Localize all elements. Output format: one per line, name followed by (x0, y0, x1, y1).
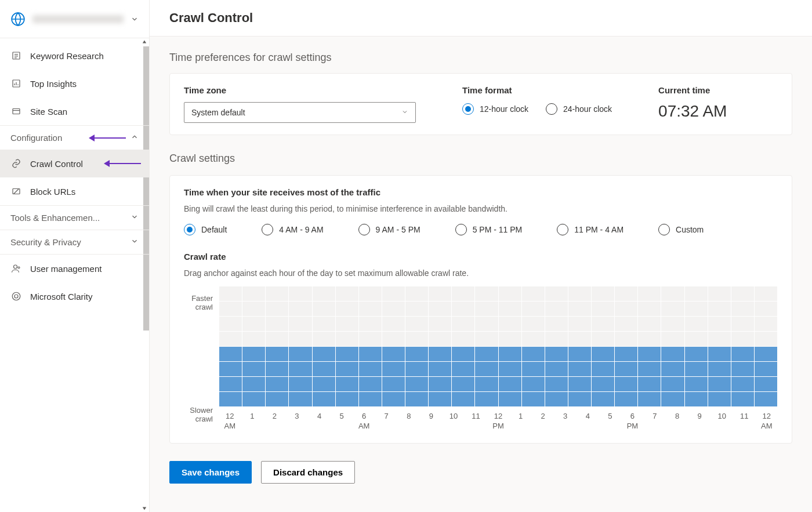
chart-cell[interactable] (731, 347, 754, 362)
chart-cell[interactable] (545, 377, 568, 392)
chart-cell[interactable] (289, 332, 312, 347)
chart-cell[interactable] (335, 332, 358, 347)
chart-cell[interactable] (592, 362, 615, 377)
chart-cell[interactable] (358, 317, 382, 332)
chart-cell[interactable] (754, 317, 777, 332)
chart-cell[interactable] (568, 392, 591, 407)
nav-section-configuration[interactable]: Configuration (0, 125, 149, 150)
chart-cell[interactable] (568, 302, 591, 317)
chart-cell[interactable] (545, 286, 568, 302)
chart-cell[interactable] (661, 362, 684, 377)
chart-cell[interactable] (684, 317, 708, 332)
chart-cell[interactable] (475, 362, 498, 377)
chart-cell[interactable] (452, 302, 475, 317)
chart-cell[interactable] (615, 392, 638, 407)
chart-cell[interactable] (475, 286, 498, 302)
chart-cell[interactable] (521, 362, 545, 377)
chart-cell[interactable] (708, 362, 731, 377)
chart-cell[interactable] (684, 347, 708, 362)
chart-cell[interactable] (521, 302, 545, 317)
chart-cell[interactable] (405, 332, 429, 347)
chart-cell[interactable] (475, 332, 498, 347)
chart-cell[interactable] (289, 302, 312, 317)
chart-cell[interactable] (219, 332, 242, 347)
chart-cell[interactable] (615, 286, 638, 302)
radio-24-hour[interactable]: 24-hour clock (546, 103, 612, 115)
nav-item-keyword-research[interactable]: Keyword Research (0, 42, 149, 70)
chart-cell[interactable] (358, 392, 382, 407)
chart-cell[interactable] (545, 302, 568, 317)
radio-traffic-5[interactable]: Custom (658, 224, 704, 235)
chart-cell[interactable] (708, 377, 731, 392)
chart-cell[interactable] (592, 392, 615, 407)
chart-cell[interactable] (708, 392, 731, 407)
chart-cell[interactable] (242, 317, 266, 332)
chart-cell[interactable] (754, 392, 777, 407)
chart-cell[interactable] (568, 332, 591, 347)
chart-cell[interactable] (429, 332, 452, 347)
chart-cell[interactable] (335, 286, 358, 302)
chart-cell[interactable] (219, 302, 242, 317)
chart-cell[interactable] (638, 302, 661, 317)
chart-cell[interactable] (498, 286, 521, 302)
chart-cell[interactable] (289, 392, 312, 407)
chart-cell[interactable] (405, 392, 429, 407)
chart-cell[interactable] (545, 392, 568, 407)
chart-cell[interactable] (382, 392, 405, 407)
chart-cell[interactable] (498, 302, 521, 317)
chart-cell[interactable] (754, 332, 777, 347)
chart-cell[interactable] (661, 317, 684, 332)
chart-cell[interactable] (545, 317, 568, 332)
site-selector[interactable] (0, 0, 149, 38)
chart-cell[interactable] (335, 362, 358, 377)
nav-item-user-management[interactable]: User management (0, 254, 149, 282)
chart-cell[interactable] (358, 302, 382, 317)
chart-cell[interactable] (429, 347, 452, 362)
chart-cell[interactable] (592, 377, 615, 392)
chart-cell[interactable] (219, 347, 242, 362)
chart-cell[interactable] (498, 332, 521, 347)
chart-cell[interactable] (358, 362, 382, 377)
chart-cell[interactable] (475, 302, 498, 317)
chart-cell[interactable] (638, 286, 661, 302)
chart-cell[interactable] (731, 392, 754, 407)
chart-cell[interactable] (638, 317, 661, 332)
chart-cell[interactable] (266, 302, 289, 317)
chart-cell[interactable] (615, 302, 638, 317)
chart-cell[interactable] (661, 302, 684, 317)
chart-cell[interactable] (266, 392, 289, 407)
chart-cell[interactable] (219, 317, 242, 332)
chart-cell[interactable] (382, 377, 405, 392)
chart-cell[interactable] (266, 286, 289, 302)
chart-cell[interactable] (289, 317, 312, 332)
chart-cell[interactable] (266, 317, 289, 332)
chart-cell[interactable] (638, 347, 661, 362)
chart-cell[interactable] (638, 377, 661, 392)
chart-cell[interactable] (731, 332, 754, 347)
chart-cell[interactable] (568, 347, 591, 362)
chart-cell[interactable] (429, 317, 452, 332)
chart-cell[interactable] (568, 286, 591, 302)
chart-cell[interactable] (289, 286, 312, 302)
chart-cell[interactable] (498, 362, 521, 377)
chart-cell[interactable] (684, 286, 708, 302)
chart-cell[interactable] (615, 377, 638, 392)
chart-cell[interactable] (521, 377, 545, 392)
chart-cell[interactable] (452, 332, 475, 347)
chart-cell[interactable] (429, 302, 452, 317)
chart-cell[interactable] (592, 286, 615, 302)
chart-cell[interactable] (475, 317, 498, 332)
chart-cell[interactable] (452, 286, 475, 302)
chart-cell[interactable] (661, 347, 684, 362)
chart-cell[interactable] (684, 302, 708, 317)
chart-cell[interactable] (615, 362, 638, 377)
chart-cell[interactable] (266, 377, 289, 392)
radio-traffic-3[interactable]: 5 PM - 11 PM (455, 224, 523, 235)
radio-traffic-2[interactable]: 9 AM - 5 PM (358, 224, 420, 235)
chart-cell[interactable] (312, 392, 335, 407)
chart-cell[interactable] (242, 377, 266, 392)
chart-cell[interactable] (545, 347, 568, 362)
chart-cell[interactable] (684, 377, 708, 392)
chart-cell[interactable] (452, 362, 475, 377)
chart-cell[interactable] (592, 347, 615, 362)
